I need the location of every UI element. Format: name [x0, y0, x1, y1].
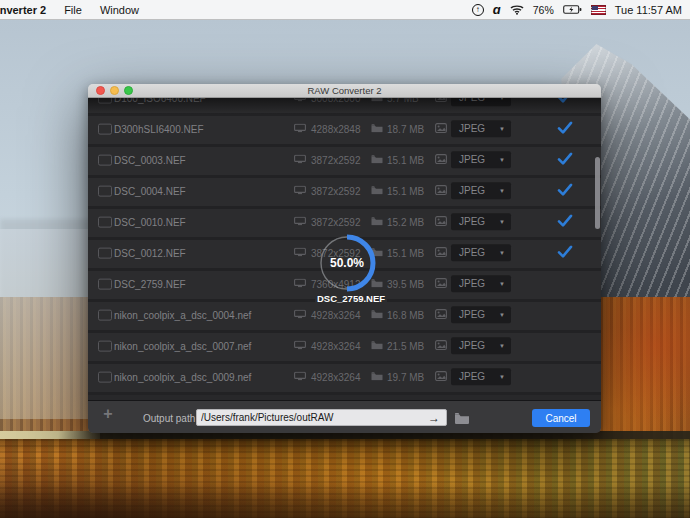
image-icon [435, 340, 447, 352]
cancel-button[interactable]: Cancel [532, 409, 590, 427]
format-dropdown[interactable]: JPEG ▼ [451, 306, 511, 323]
format-label: JPEG [451, 340, 499, 351]
folder-icon [371, 310, 383, 321]
menu-file[interactable]: File [55, 4, 91, 16]
file-resolution: 3872x2592 [311, 186, 361, 197]
file-row[interactable]: nikon_coolpix_a_dsc_0009.nef 4928x3264 1… [88, 364, 601, 395]
row-checkbox[interactable] [98, 124, 112, 135]
monitor-icon [294, 372, 306, 383]
chevron-down-icon: ▼ [499, 281, 511, 287]
image-icon [435, 154, 447, 166]
menu-bar-clock[interactable]: Tue 11:57 AM [615, 4, 682, 16]
row-checkbox[interactable] [98, 248, 112, 259]
progress-percent: 50.0% [316, 232, 378, 294]
wallpaper-haze [0, 229, 95, 419]
monitor-icon [294, 279, 306, 290]
output-path-label: Output path [143, 413, 195, 424]
monitor-icon [294, 155, 306, 166]
format-label: JPEG [451, 371, 499, 382]
file-size: 19.7 MB [387, 372, 424, 383]
file-name: nikon_coolpix_a_dsc_0009.nef [114, 372, 251, 383]
close-button[interactable] [96, 86, 105, 95]
row-checkbox[interactable] [98, 341, 112, 352]
file-name: DSC_0010.NEF [114, 217, 186, 228]
file-size: 15.1 MB [387, 248, 424, 259]
format-label: JPEG [451, 98, 499, 103]
menu-window[interactable]: Window [91, 4, 148, 16]
chevron-down-icon: ▼ [499, 374, 511, 380]
file-row[interactable]: D100_ISO6400.NEF 3008x2000 5.7 MB JPEG ▼ [88, 98, 601, 116]
monitor-icon [294, 124, 306, 135]
format-dropdown[interactable]: JPEG ▼ [451, 213, 511, 230]
row-checkbox[interactable] [98, 217, 112, 228]
add-files-button[interactable]: + [100, 406, 116, 422]
chevron-down-icon: ▼ [499, 98, 511, 101]
file-name: DSC_0004.NEF [114, 186, 186, 197]
app-menu[interactable]: Converter 2 [0, 4, 55, 16]
format-label: JPEG [451, 185, 499, 196]
file-resolution: 3008x2000 [311, 98, 361, 104]
image-icon [435, 278, 447, 290]
file-size: 15.1 MB [387, 155, 424, 166]
format-label: JPEG [451, 123, 499, 134]
us-flag-icon[interactable] [591, 5, 606, 15]
format-dropdown[interactable]: JPEG ▼ [451, 98, 511, 106]
scrollbar-thumb[interactable] [595, 157, 600, 229]
format-dropdown[interactable]: JPEG ▼ [451, 368, 511, 385]
format-dropdown[interactable]: JPEG ▼ [451, 244, 511, 261]
format-dropdown[interactable]: JPEG ▼ [451, 275, 511, 292]
zoom-button[interactable] [124, 86, 133, 95]
format-dropdown[interactable]: JPEG ▼ [451, 337, 511, 354]
chevron-down-icon: ▼ [499, 157, 511, 163]
format-label: JPEG [451, 216, 499, 227]
circle-arrow-icon[interactable]: ↑ [472, 3, 484, 17]
monitor-icon [294, 248, 306, 259]
file-name: nikon_coolpix_a_dsc_0004.nef [114, 310, 251, 321]
battery-charging-icon[interactable] [563, 3, 582, 17]
file-name: DSC_0003.NEF [114, 155, 186, 166]
done-check-icon [557, 121, 573, 136]
file-row[interactable]: DSC_0003.NEF 3872x2592 15.1 MB JPEG ▼ [88, 147, 601, 178]
row-checkbox[interactable] [98, 98, 112, 104]
row-checkbox[interactable] [98, 155, 112, 166]
chevron-down-icon: ▼ [499, 312, 511, 318]
wallpaper-lake [0, 439, 690, 518]
file-row[interactable]: D300hSLI6400.NEF 4288x2848 18.7 MB JPEG [88, 116, 601, 147]
monitor-icon [294, 341, 306, 352]
folder-icon [371, 217, 383, 228]
file-row[interactable]: nikon_coolpix_a_dsc_0004.nef 4928x3264 1… [88, 302, 601, 333]
file-size: 5.7 MB [387, 98, 419, 104]
format-label: JPEG [451, 278, 499, 289]
output-path-input[interactable] [196, 409, 447, 426]
image-icon [435, 216, 447, 228]
row-checkbox[interactable] [98, 279, 112, 290]
progress-current-file: DSC_2759.NEF [315, 292, 387, 305]
file-resolution: 3872x2592 [311, 155, 361, 166]
raw-converter-window: RAW Converter 2 D100_ISO6400.NEF 3008x20… [88, 84, 601, 433]
minimize-button[interactable] [110, 86, 119, 95]
file-resolution: 4928x3264 [311, 341, 361, 352]
file-row[interactable]: DSC_0004.NEF 3872x2592 15.1 MB JPEG ▼ [88, 178, 601, 209]
file-name: D100_ISO6400.NEF [114, 98, 206, 104]
format-dropdown[interactable]: JPEG ▼ [451, 182, 511, 199]
monitor-icon [294, 98, 306, 104]
menu-bar: Converter 2 File Window ↑ ɑ 76% [0, 0, 690, 20]
file-size: 15.1 MB [387, 186, 424, 197]
chevron-down-icon: ▼ [499, 188, 511, 194]
row-checkbox[interactable] [98, 186, 112, 197]
wifi-icon[interactable] [510, 3, 524, 17]
folder-icon [371, 341, 383, 352]
go-arrow-button[interactable]: → [428, 411, 440, 425]
file-size: 39.5 MB [387, 279, 424, 290]
avira-icon[interactable]: ɑ [493, 3, 501, 17]
format-dropdown[interactable]: JPEG ▼ [451, 151, 511, 168]
window-title-bar[interactable]: RAW Converter 2 [88, 84, 601, 98]
choose-folder-button[interactable] [454, 410, 470, 428]
format-dropdown[interactable]: JPEG ▼ [451, 120, 511, 137]
row-checkbox[interactable] [98, 310, 112, 321]
file-row[interactable]: nikon_coolpix_a_dsc_0007.nef 4928x3264 2… [88, 333, 601, 364]
row-checkbox[interactable] [98, 372, 112, 383]
file-resolution: 4928x3264 [311, 310, 361, 321]
done-check-icon [557, 183, 573, 198]
desktop: Converter 2 File Window ↑ ɑ 76% [0, 0, 690, 518]
